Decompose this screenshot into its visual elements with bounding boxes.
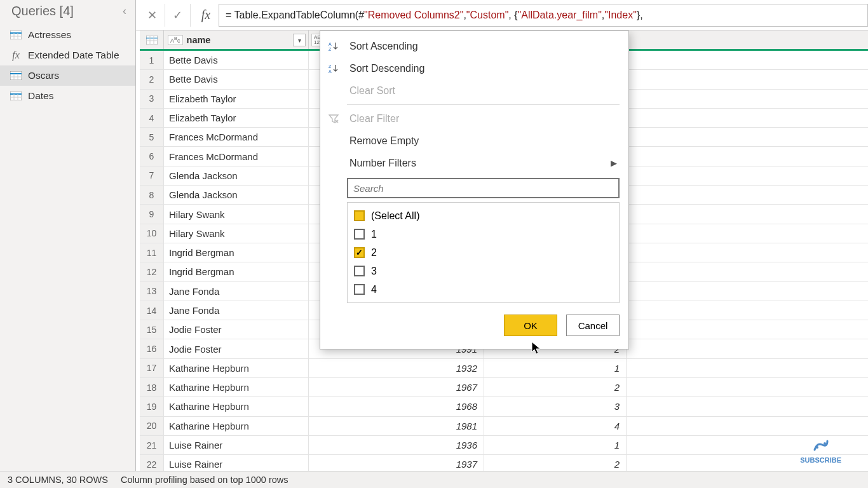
status-bar: 3 COLUMNS, 30 ROWS Column profiling base… <box>0 471 868 488</box>
checkbox-icon <box>354 284 365 295</box>
subscribe-badge[interactable]: SUBSCRIBE <box>800 436 841 464</box>
table-row[interactable]: 22Luise Rainer19372 <box>140 455 868 471</box>
table-row[interactable]: 18Katharine Hepburn19672 <box>140 378 868 397</box>
column-header-name[interactable]: ABc name ▾ <box>164 30 309 49</box>
svg-rect-15 <box>146 36 158 44</box>
row-number: 11 <box>140 243 164 262</box>
cancel-button[interactable]: Cancel <box>566 315 620 336</box>
query-item-extended-date-table[interactable]: fxExtended Date Table <box>0 45 135 65</box>
cell-name[interactable]: Hilary Swank <box>164 224 309 243</box>
cell-name[interactable]: Glenda Jackson <box>164 186 309 204</box>
cell-name[interactable]: Katharine Hepburn <box>164 397 309 416</box>
cell-name[interactable]: Jodie Foster <box>164 339 309 358</box>
cell-name[interactable]: Katharine Hepburn <box>164 417 309 435</box>
status-columns-rows: 3 COLUMNS, 30 ROWS <box>8 475 108 485</box>
filter-value-row[interactable]: ✓2 <box>354 243 613 262</box>
filter-value-row[interactable]: 4 <box>354 280 613 299</box>
query-item-dates[interactable]: Dates <box>0 86 135 106</box>
svg-point-26 <box>816 446 818 449</box>
filter-value-row[interactable]: 1 <box>354 225 613 243</box>
filter-value-row[interactable]: 3 <box>354 262 613 280</box>
row-number: 18 <box>140 378 164 396</box>
cell-year[interactable]: 1968 <box>309 397 484 416</box>
cell-index[interactable]: 2 <box>484 455 627 471</box>
column-filter-button[interactable]: ▾ <box>293 34 306 46</box>
table-row[interactable]: 20Katharine Hepburn19814 <box>140 417 868 436</box>
cell-name[interactable]: Frances McDormand <box>164 128 309 146</box>
row-number: 22 <box>140 455 164 471</box>
remove-empty-item[interactable]: Remove Empty <box>320 130 628 152</box>
cell-index[interactable]: 1 <box>484 436 627 454</box>
row-number: 1 <box>140 51 164 69</box>
filter-values-list: (Select All) 1✓234 <box>347 202 620 303</box>
cell-index[interactable]: 1 <box>484 359 627 377</box>
table-icon <box>9 29 23 41</box>
query-item-actresses[interactable]: Actresses <box>0 25 135 45</box>
queries-header: Queries [4] ‹ <box>0 0 135 25</box>
confirm-formula-icon[interactable]: ✓ <box>165 4 191 27</box>
select-all-checkbox[interactable]: (Select All) <box>354 207 613 225</box>
table-row[interactable]: 17Katharine Hepburn19321 <box>140 359 868 378</box>
cell-name[interactable]: Frances McDormand <box>164 147 309 165</box>
cell-year[interactable]: 1932 <box>309 359 484 377</box>
clear-filter-item: Clear Filter <box>320 107 628 130</box>
cell-name[interactable]: Glenda Jackson <box>164 166 309 185</box>
query-item-oscars[interactable]: Oscars <box>0 65 135 86</box>
cell-year[interactable]: 1981 <box>309 417 484 435</box>
collapse-panel-icon[interactable]: ‹ <box>123 4 126 18</box>
row-number: 13 <box>140 282 164 301</box>
row-number: 12 <box>140 262 164 281</box>
cell-name[interactable]: Katharine Hepburn <box>164 359 309 377</box>
type-text-icon: ABc <box>168 35 183 45</box>
cancel-formula-icon[interactable]: ✕ <box>140 4 165 27</box>
row-number: 21 <box>140 436 164 454</box>
row-number: 9 <box>140 205 164 223</box>
cell-name[interactable]: Elizabeth Taylor <box>164 109 309 127</box>
svg-point-27 <box>824 442 826 445</box>
cell-year[interactable]: 1937 <box>309 455 484 471</box>
row-number: 17 <box>140 359 164 377</box>
filter-search-input[interactable] <box>347 178 620 198</box>
row-number: 4 <box>140 109 164 127</box>
svg-text:A: A <box>329 69 332 74</box>
svg-text:A: A <box>329 42 332 46</box>
cell-name[interactable]: Bette Davis <box>164 70 309 88</box>
checkbox-mixed-icon <box>354 210 365 221</box>
cell-name[interactable]: Jane Fonda <box>164 301 309 320</box>
cell-name[interactable]: Katharine Hepburn <box>164 378 309 396</box>
cell-name[interactable]: Bette Davis <box>164 51 309 69</box>
row-number: 6 <box>140 147 164 165</box>
cell-index[interactable]: 3 <box>484 397 627 416</box>
row-number: 7 <box>140 166 164 185</box>
sort-asc-icon: AZ <box>327 41 341 51</box>
row-number: 10 <box>140 224 164 243</box>
row-number: 2 <box>140 70 164 88</box>
cell-name[interactable]: Hilary Swank <box>164 205 309 223</box>
sort-ascending-item[interactable]: AZ Sort Ascending <box>320 35 628 57</box>
sort-descending-item[interactable]: ZA Sort Descending <box>320 57 628 79</box>
cell-name[interactable]: Luise Rainer <box>164 455 309 471</box>
cell-name[interactable]: Jodie Foster <box>164 320 309 339</box>
formula-input[interactable]: = Table.ExpandTableColumn(#"Removed Colu… <box>219 4 868 27</box>
number-filters-item[interactable]: Number Filters ▶ <box>320 152 628 174</box>
cell-name[interactable]: Ingrid Bergman <box>164 262 309 281</box>
cell-index[interactable]: 4 <box>484 417 627 435</box>
table-row[interactable]: 21Luise Rainer19361 <box>140 436 868 455</box>
table-row[interactable]: 19Katharine Hepburn19683 <box>140 397 868 416</box>
ok-button[interactable]: OK <box>504 315 557 336</box>
cell-year[interactable]: 1967 <box>309 378 484 396</box>
cell-name[interactable]: Ingrid Bergman <box>164 243 309 262</box>
cell-name[interactable]: Jane Fonda <box>164 282 309 301</box>
cell-index[interactable]: 2 <box>484 378 627 396</box>
query-label: Oscars <box>28 70 59 81</box>
row-number: 19 <box>140 397 164 416</box>
select-all-corner[interactable] <box>140 30 164 49</box>
svg-text:Z: Z <box>329 47 332 51</box>
formula-bar: ✕ ✓ fx = Table.ExpandTableColumn(#"Remov… <box>136 0 868 30</box>
checkbox-checked-icon: ✓ <box>354 247 365 258</box>
cell-year[interactable]: 1936 <box>309 436 484 454</box>
checkbox-icon <box>354 229 365 240</box>
status-profiling: Column profiling based on top 1000 rows <box>121 475 288 485</box>
cell-name[interactable]: Luise Rainer <box>164 436 309 454</box>
cell-name[interactable]: Elizabeth Taylor <box>164 90 309 108</box>
